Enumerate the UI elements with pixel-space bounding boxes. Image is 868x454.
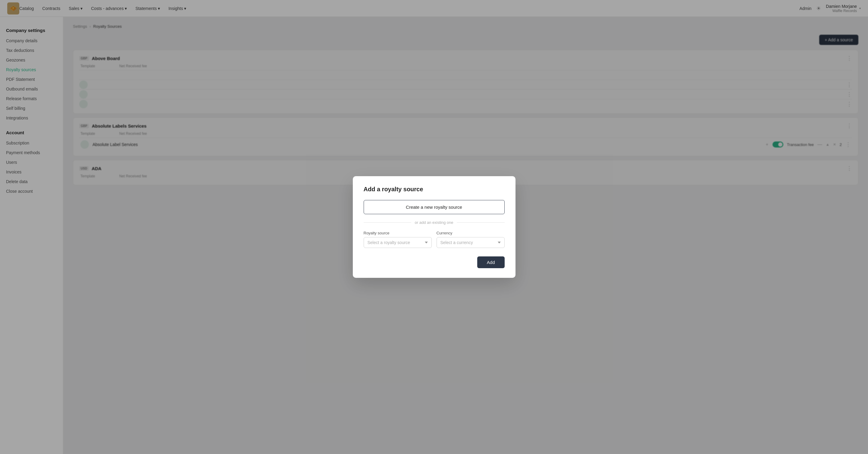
modal-overlay: Add a royalty source Create a new royalt… (0, 0, 868, 454)
royalty-source-select[interactable]: Select a royalty source (364, 237, 432, 248)
modal-add-royalty-source: Add a royalty source Create a new royalt… (353, 176, 516, 278)
modal-add-button[interactable]: Add (477, 256, 505, 268)
create-new-royalty-source-button[interactable]: Create a new royalty source (364, 200, 505, 214)
modal-field-currency: Currency Select a currency (437, 231, 505, 248)
modal-field-royalty-source: Royalty source Select a royalty source (364, 231, 432, 248)
modal-divider: or add an existing one (364, 220, 505, 225)
currency-label: Currency (437, 231, 505, 235)
modal-title: Add a royalty source (364, 186, 505, 193)
modal-fields: Royalty source Select a royalty source C… (364, 231, 505, 248)
modal-footer: Add (364, 256, 505, 268)
currency-select[interactable]: Select a currency (437, 237, 505, 248)
royalty-source-label: Royalty source (364, 231, 432, 235)
currency-select-wrapper: Select a currency (437, 237, 505, 248)
royalty-source-select-wrapper: Select a royalty source (364, 237, 432, 248)
